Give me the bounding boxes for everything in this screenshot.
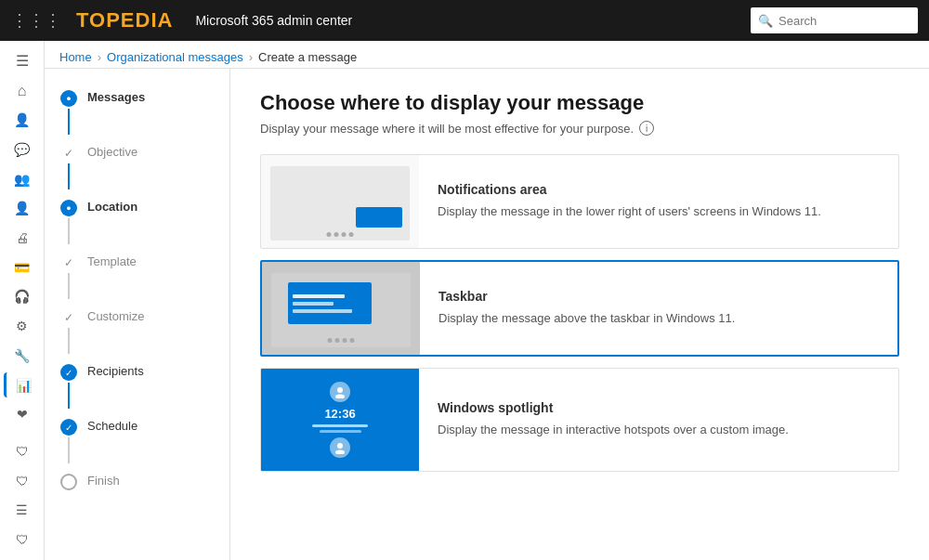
nav-settings[interactable]: ⚙: [4, 313, 41, 339]
content-area: ● Messages ✓ Objective: [45, 69, 929, 560]
step-objective[interactable]: ✓ Objective: [45, 138, 229, 193]
step-circle-recipients: ✓: [60, 364, 77, 381]
spotlight-lines: [312, 424, 368, 433]
step-label-recipients: Recipients: [87, 361, 144, 380]
step-line-template: [68, 273, 70, 299]
step-label-finish: Finish: [87, 471, 120, 489]
step-circle-location: ●: [60, 200, 77, 216]
notifications-text: Notifications area Display the message i…: [419, 167, 898, 236]
nav-chat[interactable]: 💬: [4, 137, 41, 163]
taskbar-desc: Display the message above the taskbar in…: [438, 309, 879, 328]
notif-dots: [327, 232, 354, 237]
notifications-image: [270, 166, 410, 241]
option-taskbar[interactable]: Taskbar Display the message above the ta…: [260, 260, 899, 357]
steps-panel: ● Messages ✓ Objective: [45, 69, 230, 560]
breadcrumb-current: Create a message: [258, 50, 357, 64]
search-box[interactable]: 🔍: [751, 7, 918, 33]
step-label-schedule: Schedule: [87, 416, 137, 435]
step-line-customize: [68, 328, 70, 354]
nav-person-settings[interactable]: 👤: [4, 196, 41, 222]
breadcrumb-sep-1: ›: [98, 50, 101, 64]
step-recipients[interactable]: ✓ Recipients: [45, 358, 229, 412]
page-wrapper: Home › Organizational messages › Create …: [45, 41, 929, 560]
step-customize[interactable]: ✓ Customize: [45, 303, 229, 358]
taskbar-dots: [328, 338, 355, 343]
grid-icon[interactable]: ⋮⋮⋮: [11, 10, 61, 31]
app-title: Microsoft 365 admin center: [195, 13, 352, 28]
step-circle-customize: ✓: [60, 309, 77, 326]
nav-user[interactable]: 👤: [4, 107, 41, 133]
topbar: ⋮⋮⋮ TOPEDIA Microsoft 365 admin center 🔍: [0, 0, 929, 41]
breadcrumb-org-messages[interactable]: Organizational messages: [107, 50, 243, 64]
step-circle-messages: ●: [60, 90, 77, 107]
nav-card[interactable]: 💳: [4, 254, 41, 280]
step-label-customize: Customize: [87, 306, 144, 325]
nav-shield1[interactable]: 🛡: [4, 438, 41, 464]
step-label-messages: Messages: [87, 87, 145, 106]
step-circle-objective: ✓: [60, 145, 77, 162]
option-spotlight[interactable]: 12:36: [260, 368, 899, 472]
nav-wrench[interactable]: 🔧: [4, 343, 41, 369]
nav-menu[interactable]: ☰: [4, 48, 41, 74]
app-body: ☰ ⌂ 👤 💬 👥 👤 🖨 💳 🎧 ⚙ 🔧 📊 ❤ 🛡 🛡 ☰ 🛡 Home ›…: [0, 41, 929, 560]
taskbar-message-box: [288, 282, 372, 324]
breadcrumb: Home › Organizational messages › Create …: [45, 41, 929, 69]
svg-point-1: [335, 395, 345, 399]
svg-point-0: [337, 387, 343, 393]
breadcrumb-sep-2: ›: [249, 50, 253, 64]
step-schedule[interactable]: ✓ Schedule: [45, 412, 229, 467]
notifications-desc: Display the message in the lower right o…: [438, 202, 880, 221]
svg-point-3: [335, 449, 345, 454]
step-label-template: Template: [87, 252, 137, 270]
nav-chart[interactable]: 📊: [4, 372, 41, 398]
nav-headset[interactable]: 🎧: [4, 284, 41, 310]
nav-home[interactable]: ⌂: [4, 78, 41, 104]
search-icon: 🔍: [758, 14, 773, 28]
nav-heart[interactable]: ❤: [4, 401, 41, 427]
taskbar-text: Taskbar Display the message above the ta…: [420, 274, 897, 343]
breadcrumb-home[interactable]: Home: [59, 50, 92, 64]
step-line-recipients: [68, 383, 70, 409]
step-template[interactable]: ✓ Template: [45, 248, 229, 303]
page-title: Choose where to display your message: [260, 91, 899, 115]
step-finish[interactable]: Finish: [45, 467, 229, 494]
step-circle-template: ✓: [60, 254, 77, 271]
logo: TOPEDIA: [76, 8, 173, 33]
left-nav: ☰ ⌂ 👤 💬 👥 👤 🖨 💳 🎧 ⚙ 🔧 📊 ❤ 🛡 🛡 ☰ 🛡: [0, 41, 45, 560]
notifications-preview: [261, 155, 419, 248]
nav-shield2[interactable]: 🛡: [4, 468, 41, 494]
step-circle-finish: [60, 474, 77, 490]
taskbar-name: Taskbar: [438, 289, 879, 304]
main-content: Choose where to display your message Dis…: [230, 69, 929, 560]
taskbar-image: [271, 273, 411, 347]
nav-print[interactable]: 🖨: [4, 225, 41, 251]
svg-point-2: [337, 443, 343, 449]
step-line-objective: [68, 163, 70, 189]
nav-list[interactable]: ☰: [4, 498, 41, 524]
spotlight-text: Windows spotlight Display the message in…: [419, 385, 898, 454]
spotlight-time: 12:36: [324, 407, 355, 421]
taskbar-preview: [262, 262, 420, 355]
step-label-objective: Objective: [87, 142, 137, 161]
notif-blue-box: [356, 207, 402, 228]
step-messages[interactable]: ● Messages: [45, 84, 229, 138]
info-icon[interactable]: i: [639, 121, 654, 136]
notifications-name: Notifications area: [438, 182, 880, 197]
step-label-location: Location: [87, 197, 137, 215]
step-line-location: [68, 218, 70, 244]
subtitle-text: Display your message where it will be mo…: [260, 122, 634, 136]
nav-team[interactable]: 👥: [4, 166, 41, 192]
search-input[interactable]: [779, 14, 910, 28]
option-notifications[interactable]: Notifications area Display the message i…: [260, 154, 899, 249]
step-line-schedule: [68, 437, 70, 463]
page-subtitle: Display your message where it will be mo…: [260, 121, 899, 136]
step-location[interactable]: ● Location: [45, 193, 229, 248]
nav-shield3[interactable]: 🛡: [4, 527, 41, 553]
step-line-messages: [68, 109, 70, 135]
spotlight-name: Windows spotlight: [438, 400, 880, 415]
spotlight-preview: 12:36: [261, 369, 419, 471]
step-circle-schedule: ✓: [60, 419, 77, 436]
spotlight-desc: Display the message in interactive hotsp…: [438, 421, 880, 439]
